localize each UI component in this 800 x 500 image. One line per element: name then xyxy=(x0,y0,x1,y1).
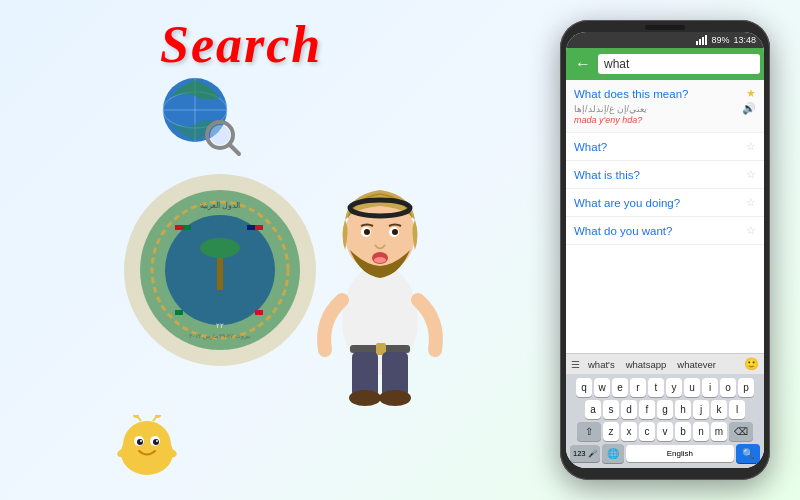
phone-body: 89% 13:48 ← ✕ What does this mean? ★ xyxy=(560,20,770,480)
svg-point-27 xyxy=(349,390,381,406)
key-b[interactable]: b xyxy=(675,422,691,441)
phone-screen: 89% 13:48 ← ✕ What does this mean? ★ xyxy=(566,32,764,468)
suggestion-whatsapp[interactable]: whatsapp xyxy=(623,358,670,371)
phone-mockup: 89% 13:48 ← ✕ What does this mean? ★ xyxy=(560,20,770,480)
svg-point-32 xyxy=(374,257,386,263)
arab-league-emblem: ٢٢ الدول العربية بيروت ٢٧-٢٩ مارس ٢٠١٢ xyxy=(120,170,320,370)
mic-icon: 🎤 xyxy=(588,449,597,458)
keyboard-bottom-row: 123 🎤 🌐 English 🔍 xyxy=(568,444,762,466)
svg-point-36 xyxy=(392,229,398,235)
svg-point-42 xyxy=(137,439,143,445)
mascot-character xyxy=(115,415,180,480)
svg-point-5 xyxy=(210,125,230,145)
svg-rect-19 xyxy=(255,310,263,315)
key-g[interactable]: g xyxy=(657,400,673,419)
keyboard-suggestions: ☰ what's whatsapp whatever 🙂 xyxy=(566,353,764,374)
svg-point-35 xyxy=(364,229,370,235)
svg-rect-15 xyxy=(183,225,191,230)
result-item-2[interactable]: What? ☆ xyxy=(566,133,764,161)
key-search[interactable]: 🔍 xyxy=(736,444,760,463)
key-a[interactable]: a xyxy=(585,400,601,419)
svg-point-11 xyxy=(200,238,240,258)
svg-point-39 xyxy=(123,421,171,469)
result-romanized-1: mada y'eny hda? xyxy=(574,115,756,125)
svg-rect-17 xyxy=(247,225,255,230)
key-k[interactable]: k xyxy=(711,400,727,419)
key-j[interactable]: j xyxy=(693,400,709,419)
suggestion-whatever[interactable]: whatever xyxy=(674,358,719,371)
svg-text:بيروت ٢٧-٢٩ مارس ٢٠١٢: بيروت ٢٧-٢٩ مارس ٢٠١٢ xyxy=(189,333,251,340)
svg-point-45 xyxy=(156,440,158,442)
result-item-1[interactable]: What does this mean? ★ يعني/إن غ/إنذلد/إ… xyxy=(566,80,764,133)
key-y[interactable]: y xyxy=(666,378,682,397)
result-phrase-5: What do you want? xyxy=(574,225,672,237)
key-p[interactable]: p xyxy=(738,378,754,397)
key-l[interactable]: l xyxy=(729,400,745,419)
svg-rect-18 xyxy=(175,310,183,315)
key-i[interactable]: i xyxy=(702,378,718,397)
key-z[interactable]: z xyxy=(603,422,619,441)
svg-point-43 xyxy=(153,439,159,445)
suggestion-whats[interactable]: what's xyxy=(585,358,618,371)
svg-rect-16 xyxy=(255,225,263,230)
result-phrase-3: What is this? xyxy=(574,169,640,181)
key-t[interactable]: t xyxy=(648,378,664,397)
signal-icon xyxy=(696,35,707,45)
svg-rect-14 xyxy=(175,225,183,230)
key-u[interactable]: u xyxy=(684,378,700,397)
phone-search-bar[interactable]: ← ✕ xyxy=(566,48,764,80)
star-filled-icon-1[interactable]: ★ xyxy=(746,87,756,100)
key-globe[interactable]: 🌐 xyxy=(602,444,624,463)
back-button[interactable]: ← xyxy=(573,55,593,73)
key-space[interactable]: English xyxy=(626,445,734,462)
key-o[interactable]: o xyxy=(720,378,736,397)
svg-text:٢٢: ٢٢ xyxy=(216,322,224,329)
svg-point-28 xyxy=(379,390,411,406)
star-empty-icon-3[interactable]: ☆ xyxy=(746,168,756,181)
key-backspace[interactable]: ⌫ xyxy=(729,422,753,441)
key-f[interactable]: f xyxy=(639,400,655,419)
emoji-button[interactable]: 🙂 xyxy=(744,357,759,371)
keyboard-row-1: q w e r t y u i o p xyxy=(568,378,762,397)
search-results-list: What does this mean? ★ يعني/إن غ/إنذلد/إ… xyxy=(566,80,764,353)
key-n[interactable]: n xyxy=(693,422,709,441)
keyboard-row-3: ⇧ z x c v b n m ⌫ xyxy=(568,422,762,441)
star-empty-icon-4[interactable]: ☆ xyxy=(746,196,756,209)
key-m[interactable]: m xyxy=(711,422,727,441)
result-phrase-2: What? xyxy=(574,141,607,153)
svg-point-44 xyxy=(140,440,142,442)
time-indicator: 13:48 xyxy=(733,35,756,45)
arab-character xyxy=(300,120,460,420)
star-empty-icon-5[interactable]: ☆ xyxy=(746,224,756,237)
key-r[interactable]: r xyxy=(630,378,646,397)
globe-icon xyxy=(155,70,245,160)
search-input[interactable] xyxy=(598,54,760,74)
key-s[interactable]: s xyxy=(603,400,619,419)
star-empty-icon-2[interactable]: ☆ xyxy=(746,140,756,153)
audio-icon-1[interactable]: 🔊 xyxy=(742,102,756,115)
key-x[interactable]: x xyxy=(621,422,637,441)
menu-icon: ☰ xyxy=(571,359,580,370)
key-w[interactable]: w xyxy=(594,378,610,397)
result-item-5[interactable]: What do you want? ☆ xyxy=(566,217,764,245)
key-h[interactable]: h xyxy=(675,400,691,419)
key-d[interactable]: d xyxy=(621,400,637,419)
result-item-4[interactable]: What are you doing? ☆ xyxy=(566,189,764,217)
result-translation-1: يعني/إن غ/إنذلد/إها xyxy=(574,104,647,114)
key-123[interactable]: 123 🎤 xyxy=(570,445,600,462)
key-shift[interactable]: ⇧ xyxy=(577,422,601,441)
result-phrase-1: What does this mean? xyxy=(574,88,688,100)
key-v[interactable]: v xyxy=(657,422,673,441)
battery-indicator: 89% xyxy=(711,35,729,45)
result-phrase-4: What are you doing? xyxy=(574,197,680,209)
keyboard: q w e r t y u i o p a s d f g xyxy=(566,374,764,468)
key-c[interactable]: c xyxy=(639,422,655,441)
key-e[interactable]: e xyxy=(612,378,628,397)
svg-text:الدول العربية: الدول العربية xyxy=(200,201,240,210)
svg-line-6 xyxy=(230,145,239,154)
key-q[interactable]: q xyxy=(576,378,592,397)
keyboard-row-2: a s d f g h j k l xyxy=(568,400,762,419)
result-item-3[interactable]: What is this? ☆ xyxy=(566,161,764,189)
page-title: Search xyxy=(160,15,322,74)
status-bar: 89% 13:48 xyxy=(566,32,764,48)
